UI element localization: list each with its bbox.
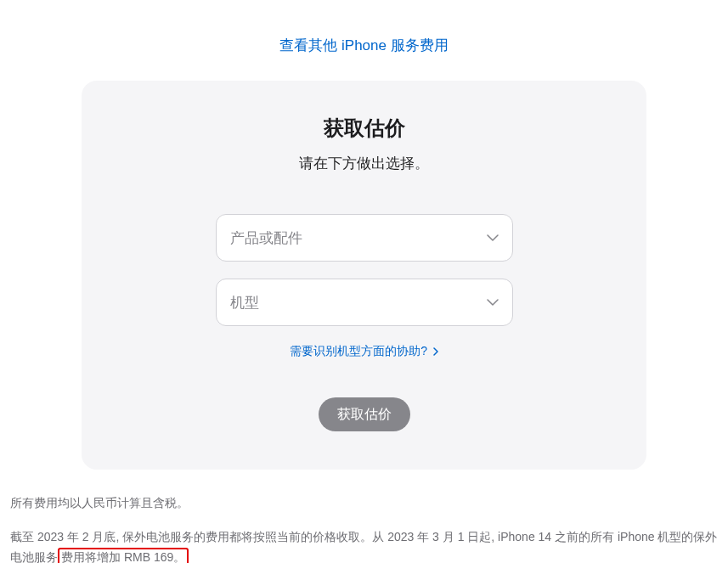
product-select-wrapper: 产品或配件 <box>216 214 513 262</box>
identify-model-help-link[interactable]: 需要识别机型方面的协助? <box>290 344 438 358</box>
footer-line-2: 截至 2023 年 2 月底, 保外电池服务的费用都将按照当前的价格收取。从 2… <box>10 527 718 563</box>
get-estimate-button[interactable]: 获取估价 <box>319 397 410 431</box>
help-link-row: 需要识别机型方面的协助? <box>124 343 604 359</box>
estimate-card: 获取估价 请在下方做出选择。 产品或配件 机型 需要识别机型方面的协助? <box>82 81 646 470</box>
chevron-down-icon <box>487 296 499 308</box>
chevron-right-icon <box>433 345 438 358</box>
card-subtitle: 请在下方做出选择。 <box>124 154 604 173</box>
footer-text: 所有费用均以人民币计算且含税。 截至 2023 年 2 月底, 保外电池服务的费… <box>8 493 720 563</box>
price-increase-highlight: 费用将增加 RMB 169。 <box>58 548 189 563</box>
chevron-down-icon <box>487 232 499 244</box>
product-select[interactable]: 产品或配件 <box>216 214 513 262</box>
model-select[interactable]: 机型 <box>216 279 513 326</box>
footer-line-1: 所有费用均以人民币计算且含税。 <box>10 493 718 514</box>
model-select-wrapper: 机型 <box>216 279 513 326</box>
card-title: 获取估价 <box>124 115 604 142</box>
top-link-row: 查看其他 iPhone 服务费用 <box>8 0 720 81</box>
model-select-placeholder: 机型 <box>230 293 259 312</box>
product-select-placeholder: 产品或配件 <box>230 228 302 248</box>
help-link-text: 需要识别机型方面的协助? <box>290 344 427 358</box>
other-services-link[interactable]: 查看其他 iPhone 服务费用 <box>279 37 448 53</box>
